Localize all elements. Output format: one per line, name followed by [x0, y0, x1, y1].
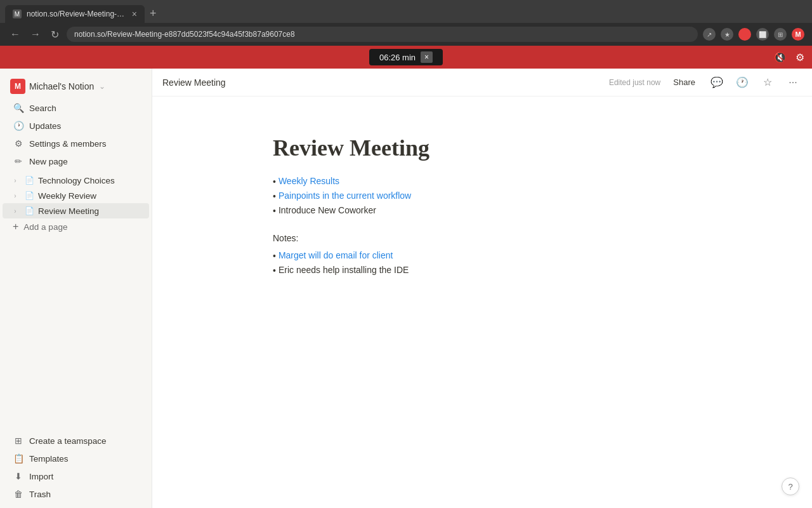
refresh-button[interactable]: ↻: [48, 26, 62, 43]
workspace-name: Michael's Notion: [29, 81, 94, 91]
bullet-dot-4: •: [273, 250, 276, 261]
sidebar-trash-label: Trash: [29, 490, 139, 499]
main-app: M Michael's Notion ⌄ 🔍 Search 🕐 Updates …: [0, 69, 812, 508]
bullet-dot-2: •: [273, 190, 276, 201]
bullet-item-weekly-results: • Weekly Results: [273, 174, 691, 189]
extension-icon-red[interactable]: [738, 28, 751, 41]
tab-bar: M notion.so/Review-Meeting-e88 × +: [0, 0, 812, 23]
new-page-icon: ✏: [13, 156, 24, 167]
sidebar-page-label-review: Review Meeting: [38, 206, 99, 216]
tab-close-icon[interactable]: ×: [132, 9, 137, 19]
agenda-text-3: Introduce New Coworker: [278, 205, 376, 215]
back-button[interactable]: ←: [8, 26, 23, 43]
notes-text-2: Eric needs help installing the IDE: [278, 265, 409, 275]
page-icon-review: 📄: [24, 206, 34, 216]
sidebar-item-import[interactable]: ⬇ Import: [3, 467, 149, 485]
bullet-dot-1: •: [273, 176, 276, 187]
bullet-dot-3: •: [273, 205, 276, 216]
agenda-link-2[interactable]: Painpoints in the current workflow: [278, 190, 411, 201]
templates-icon: 📋: [13, 453, 24, 464]
sidebar: M Michael's Notion ⌄ 🔍 Search 🕐 Updates …: [0, 69, 152, 508]
extension-icon-screen[interactable]: ⬜: [756, 28, 769, 41]
page-chevron-technology: ›: [10, 175, 20, 185]
timer-value: 06:26 min: [379, 53, 416, 62]
more-options-icon[interactable]: ···: [784, 74, 802, 91]
search-icon: 🔍: [13, 102, 24, 114]
sidebar-bottom: ⊞ Create a teamspace 📋 Templates ⬇ Impor…: [0, 432, 152, 503]
tab-favicon: M: [13, 10, 22, 18]
teamspace-icon: ⊞: [13, 435, 24, 446]
forward-button[interactable]: →: [28, 26, 43, 43]
sidebar-teamspace-label: Create a teamspace: [29, 436, 139, 446]
sidebar-new-page-label: New page: [29, 157, 139, 166]
history-icon[interactable]: 🕐: [733, 74, 751, 91]
trash-icon: 🗑: [13, 488, 24, 500]
sidebar-item-updates[interactable]: 🕐 Updates: [3, 117, 149, 135]
sidebar-workspace-header[interactable]: M Michael's Notion ⌄: [0, 74, 152, 99]
profile-avatar[interactable]: M: [792, 28, 804, 41]
sidebar-pages-section: › 📄 Technology Choices › 📄 Weekly Review…: [0, 173, 152, 218]
sidebar-item-settings[interactable]: ⚙ Settings & members: [3, 135, 149, 152]
sidebar-search-label: Search: [29, 104, 139, 113]
bullet-dot-5: •: [273, 265, 276, 276]
agenda-link-1[interactable]: Weekly Results: [278, 176, 339, 186]
nav-bar: ← → ↻ notion.so/Review-Meeting-e887dd502…: [0, 23, 812, 46]
sidebar-item-new-page[interactable]: ✏ New page: [3, 152, 149, 170]
favorite-icon[interactable]: ☆: [759, 74, 776, 91]
notes-label: Notes:: [273, 233, 691, 243]
sidebar-item-search[interactable]: 🔍 Search: [3, 99, 149, 117]
timer-close-button[interactable]: ×: [421, 51, 433, 63]
active-tab[interactable]: M notion.so/Review-Meeting-e88 ×: [5, 5, 145, 23]
sidebar-page-item-weekly-review[interactable]: › 📄 Weekly Review: [3, 188, 149, 203]
bullet-item-painpoints: • Painpoints in the current workflow: [273, 189, 691, 203]
agenda-list: • Weekly Results • Painpoints in the cur…: [273, 174, 691, 218]
page-chevron-weekly: ›: [10, 190, 20, 201]
new-tab-button[interactable]: +: [145, 4, 162, 23]
timer-sound-icon[interactable]: 🔇: [774, 51, 787, 64]
extension-icon-grid[interactable]: ⊞: [774, 28, 787, 41]
sidebar-settings-label: Settings & members: [29, 139, 139, 149]
breadcrumb: Review Meeting: [162, 77, 226, 88]
content-header: Review Meeting Edited just now Share 💬 🕐…: [152, 69, 812, 97]
import-icon: ⬇: [13, 471, 24, 482]
updates-icon: 🕐: [13, 120, 24, 131]
sidebar-add-page[interactable]: + Add a page: [3, 218, 149, 235]
page-icon-technology: 📄: [24, 175, 34, 185]
timer-display: 06:26 min ×: [369, 49, 443, 65]
sidebar-item-templates[interactable]: 📋 Templates: [3, 450, 149, 467]
workspace-icon: M: [10, 79, 25, 94]
content-area: Review Meeting Edited just now Share 💬 🕐…: [152, 69, 812, 508]
tab-title: notion.so/Review-Meeting-e88: [27, 10, 127, 18]
sidebar-page-label-technology: Technology Choices: [38, 176, 115, 185]
settings-icon: ⚙: [13, 138, 24, 149]
share-button[interactable]: Share: [668, 75, 700, 90]
add-page-label: Add a page: [23, 222, 67, 232]
edited-status: Edited just now: [609, 78, 660, 87]
sidebar-updates-label: Updates: [29, 121, 139, 131]
sidebar-import-label: Import: [29, 472, 139, 481]
notes-link-1[interactable]: Marget will do email for client: [278, 250, 393, 260]
extension-icon-star[interactable]: ★: [721, 28, 733, 41]
browser-chrome: M notion.so/Review-Meeting-e88 × + ← → ↻…: [0, 0, 812, 46]
sidebar-item-create-teamspace[interactable]: ⊞ Create a teamspace: [3, 432, 149, 450]
workspace-chevron-icon: ⌄: [99, 82, 105, 91]
timer-settings-icon[interactable]: ⚙: [796, 51, 804, 64]
help-button[interactable]: ?: [782, 478, 799, 495]
sidebar-page-label-weekly: Weekly Review: [38, 191, 96, 201]
sidebar-templates-label: Templates: [29, 454, 139, 464]
comment-icon[interactable]: 💬: [708, 74, 726, 91]
page-body: Review Meeting • Weekly Results • Painpo…: [197, 97, 768, 508]
nav-icons: ↗ ★ ⬜ ⊞ M: [703, 28, 804, 41]
sidebar-page-item-technology[interactable]: › 📄 Technology Choices: [3, 173, 149, 188]
notes-list: • Marget will do email for client • Eric…: [273, 248, 691, 277]
page-title: Review Meeting: [273, 135, 691, 161]
sidebar-item-trash[interactable]: 🗑 Trash: [3, 485, 149, 503]
page-icon-weekly: 📄: [24, 190, 34, 201]
bullet-item-coworker: • Introduce New Coworker: [273, 203, 691, 218]
extension-icon-1[interactable]: ↗: [703, 28, 716, 41]
notes-item-marget: • Marget will do email for client: [273, 248, 691, 263]
timer-bar: 06:26 min × 🔇 ⚙: [0, 46, 812, 69]
address-bar[interactable]: notion.so/Review-Meeting-e887dd5023f54c9…: [67, 27, 698, 42]
sidebar-page-item-review-meeting[interactable]: › 📄 Review Meeting: [3, 203, 149, 218]
notes-item-eric: • Eric needs help installing the IDE: [273, 263, 691, 277]
